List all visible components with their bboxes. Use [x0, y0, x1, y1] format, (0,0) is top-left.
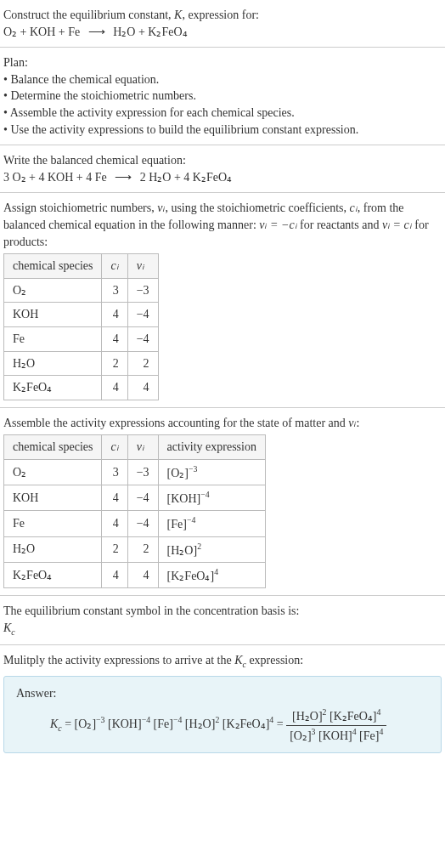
- plan-item: • Determine the stoichiometric numbers.: [3, 88, 442, 105]
- table-row: O₂3−3: [4, 278, 159, 303]
- plan-title: Plan:: [3, 54, 442, 71]
- balanced-equation: 3 O₂ + 4 KOH + 4 Fe ⟶ 2 H₂O + 4 K₂FeO₄: [3, 169, 442, 186]
- table-row: Fe4−4: [4, 326, 159, 351]
- table-header-row: chemical species cᵢ νᵢ activity expressi…: [4, 435, 266, 460]
- intro-text: Construct the equilibrium constant, K, e…: [3, 7, 442, 24]
- activity-section: Assemble the activity expressions accoun…: [0, 408, 445, 596]
- answer-fraction: [H₂O]2 [K₂FeO₄]4[O₂]3 [KOH]4 [Fe]4: [286, 706, 386, 744]
- stoich-section: Assign stoichiometric numbers, νᵢ, using…: [0, 193, 445, 407]
- multiply-section: Mulitply the activity expressions to arr…: [0, 645, 445, 760]
- table-row: KOH4−4: [4, 303, 159, 327]
- symbol-text: The equilibrium constant symbol in the c…: [3, 603, 442, 620]
- plan-section: Plan: • Balance the chemical equation. •…: [0, 48, 445, 145]
- table-row: H₂O22[H₂O]2: [4, 536, 266, 562]
- balanced-title: Write the balanced chemical equation:: [3, 152, 442, 169]
- intro-section: Construct the equilibrium constant, K, e…: [0, 0, 445, 48]
- multiply-text: Mulitply the activity expressions to arr…: [3, 652, 442, 671]
- plan-item: • Assemble the activity expression for e…: [3, 105, 442, 122]
- activity-text: Assemble the activity expressions accoun…: [3, 415, 442, 432]
- activity-table: chemical species cᵢ νᵢ activity expressi…: [3, 434, 266, 588]
- plan-item: • Use the activity expressions to build …: [3, 122, 442, 139]
- table-row: KOH4−4[KOH]−4: [4, 485, 266, 511]
- table-row: K₂FeO₄44: [4, 376, 159, 400]
- table-row: K₂FeO₄44[K₂FeO₄]4: [4, 562, 266, 587]
- stoich-text: Assign stoichiometric numbers, νᵢ, using…: [3, 200, 442, 250]
- table-row: H₂O22: [4, 351, 159, 376]
- answer-expression: Kc = [O₂]−3 [KOH]−4 [Fe]−4 [H₂O]2 [K₂FeO…: [50, 706, 429, 744]
- stoich-table: chemical species cᵢ νᵢ O₂3−3 KOH4−4 Fe4−…: [3, 253, 159, 400]
- table-header-row: chemical species cᵢ νᵢ: [4, 254, 159, 279]
- symbol-section: The equilibrium constant symbol in the c…: [0, 596, 445, 645]
- answer-box: Answer: Kc = [O₂]−3 [KOH]−4 [Fe]−4 [H₂O]…: [3, 676, 442, 753]
- kc-symbol: Kc: [3, 620, 442, 638]
- plan-item: • Balance the chemical equation.: [3, 71, 442, 88]
- answer-label: Answer:: [16, 685, 429, 702]
- table-row: Fe4−4[Fe]−4: [4, 511, 266, 536]
- table-row: O₂3−3[O₂]−3: [4, 459, 266, 485]
- intro-equation: O₂ + KOH + Fe ⟶ H₂O + K₂FeO₄: [3, 24, 442, 41]
- balanced-section: Write the balanced chemical equation: 3 …: [0, 145, 445, 193]
